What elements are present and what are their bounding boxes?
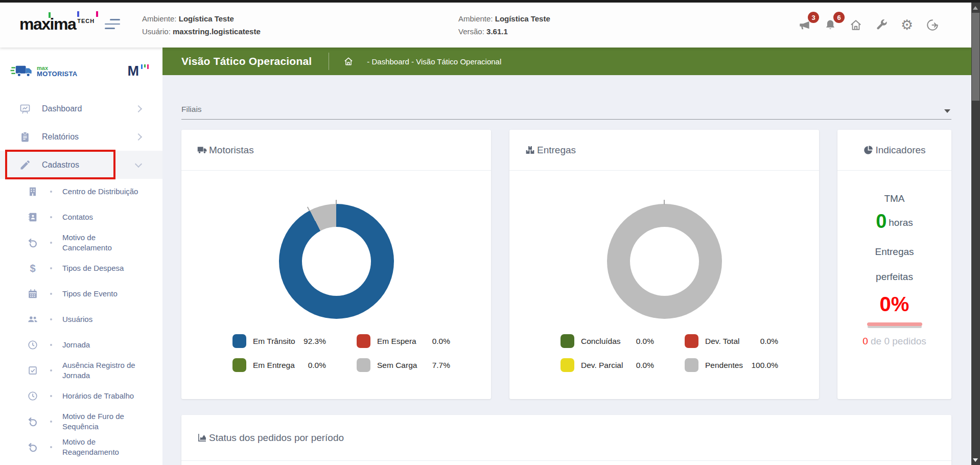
breadcrumb-home-icon[interactable] [343,56,354,66]
sidebar-subitem-centro-de-distribuicao[interactable]: Centro de Distribuição [0,179,162,204]
legend-value: 0.0% [432,337,450,346]
boxes-icon [525,145,535,155]
bullet-dot [50,318,52,320]
entregas-card-body: Concluídas 0.0% Dev. Total 0.0% Dev. Par… [509,204,819,372]
card-title: Indicadores [875,145,925,156]
bullet-dot [50,446,52,448]
scroll-thumb[interactable] [972,13,979,101]
sidebar-item-dashboard[interactable]: Dashboard [0,95,162,123]
maxmotorista-logo[interactable]: max MOTORISTA [10,63,78,79]
indicadores-card: Indicadores TMA 0horas Entregas perfeita… [837,130,951,399]
legend-item: Dev. Total 0.0% [685,334,778,348]
scroll-down-arrow-icon[interactable] [973,458,978,462]
environment-version-info: Ambiente: Logística Teste Versão: 3.61.1 [458,12,550,38]
bullet-dot [50,395,52,397]
sidebar-subitem-tipos-de-evento[interactable]: Tipos de Evento [0,281,162,307]
legend-item: Pendentes 100.0% [685,358,778,372]
notifications-bell-icon[interactable]: 6 [824,18,837,32]
bullet-dot [50,369,52,371]
perfect-deliveries-progress-bar [867,322,922,326]
logout-icon[interactable] [926,18,939,32]
motoristas-card-header: Motoristas [181,130,491,171]
card-title: Entregas [537,145,576,156]
legend-value: 0.0% [760,337,778,346]
entregas-card: Entregas Concluídas 0.0% Dev. Total [509,130,819,399]
sidebar-item-label: Dashboard [42,104,82,113]
sidebar-item-relatorios[interactable]: Relatórios [0,123,162,151]
scrollbar[interactable] [971,3,980,465]
legend-swatch [232,334,246,348]
pie-chart-icon [863,145,874,155]
logo-green-tick [49,12,51,18]
legend-value: 100.0% [751,361,778,370]
status-pedidos-card: Status dos pedidos por período [181,415,951,465]
clock-icon [27,339,39,351]
sidebar-item-label: Cadastros [42,160,79,170]
legend-value: 0.0% [636,337,654,346]
orders-count-highlight: 0 [862,336,868,346]
legend-value: 7.7% [432,361,450,370]
bullet-dot [50,191,52,193]
orders-count-rest: de 0 pedidos [871,336,926,346]
motoristas-card-body: Em Trânsito 92.3% Em Espera 0.0% Em Entr… [181,204,491,372]
undo-icon [27,415,39,428]
bullet-dot [50,242,52,244]
ambiente-label-2: Ambiente: [458,14,493,23]
clock-icon [27,390,39,402]
settings-gear-icon[interactable]: ⚙ [900,18,914,32]
scroll-up-arrow-icon[interactable] [973,6,978,10]
announcements-badge: 3 [808,12,819,23]
sidebar-item-cadastros[interactable]: Cadastros [0,151,162,179]
sidebar-subitem-jornada[interactable]: Jornada [0,332,162,358]
motoristas-card: Motoristas Em Trânsito 92.3% Em Espera [181,130,491,399]
bullet-dot [50,344,52,346]
ambiente-value: Logística Teste [179,14,234,23]
sidebar-subitem-motivo-de-furo-de-sequencia[interactable]: Motivo de Furo de Sequência [0,409,162,434]
filiais-select[interactable]: Filiais [181,105,951,120]
undo-icon [27,237,39,249]
ambiente-label: Ambiente: [142,14,177,23]
sidebar-subitem-ausencia-registro-de-jornada[interactable]: Ausência Registro de Jornada [0,358,162,383]
app-screen: maximaTECH Ambiente: Logística Teste Usu… [0,0,980,465]
sidebar-subitem-contatos[interactable]: Contatos [0,204,162,230]
clipboard-icon [19,131,31,143]
legend-swatch [232,358,246,372]
sidebar-item-label: Relatórios [42,132,79,142]
sidebar-subitem-tipos-de-despesa[interactable]: $ Tipos de Despesa [0,255,162,281]
sidebar-subitem-horarios-de-trabalho[interactable]: Horários de Trabalho [0,383,162,409]
legend-label: Pendentes [705,361,743,370]
cadastros-submenu: Centro de Distribuição Contatos Motivo d… [0,179,162,465]
logo-pink-tick [96,11,98,17]
wrench-icon[interactable] [875,18,888,32]
m-mark-logo[interactable]: M [128,63,139,79]
legend-label: Concluídas [581,337,621,346]
dashboard-cards-row: Motoristas Em Trânsito 92.3% Em Espera [181,130,951,399]
truck-icon [197,145,207,155]
pencil-icon [19,159,31,171]
sidebar-subitem-motivo-de-cancelamento[interactable]: Motivo de Cancelamento [0,230,162,255]
sidebar-toggle-button[interactable] [105,19,121,29]
sidebar-brand-row: max MOTORISTA M [0,48,162,82]
announcements-icon[interactable]: 3 [798,18,811,32]
legend-swatch [357,358,370,372]
users-icon [27,313,39,326]
versao-value: 3.61.1 [486,27,508,36]
dollar-icon: $ [27,262,39,274]
maxima-tech-logo[interactable]: maximaTECH [19,15,95,34]
top-header: maximaTECH Ambiente: Logística Teste Usu… [0,3,971,48]
checkbox-icon [27,364,39,377]
usuario-label: Usuário: [142,27,171,36]
sidebar-subitem-usuarios[interactable]: Usuários [0,307,162,332]
tma-hours-value: 0 [876,211,886,232]
dropdown-caret-icon [944,109,950,113]
home-icon[interactable] [849,18,862,32]
legend-value: 0.0% [636,361,654,370]
sidebar-subitem-motivo-de-reagendamento[interactable]: Motivo de Reagendamento [0,434,162,460]
legend-label: Dev. Parcial [581,361,623,370]
chevron-right-icon [135,105,142,112]
sidebar-subitem-visao-painel[interactable]: Visão Painel [0,460,162,465]
m-mark-green-tick [144,64,146,67]
donut-tick [336,200,337,204]
sidebar-nav: Dashboard Relatórios Cadastros [0,95,162,465]
perfect-deliveries-label-2: perfeitas [837,271,951,283]
